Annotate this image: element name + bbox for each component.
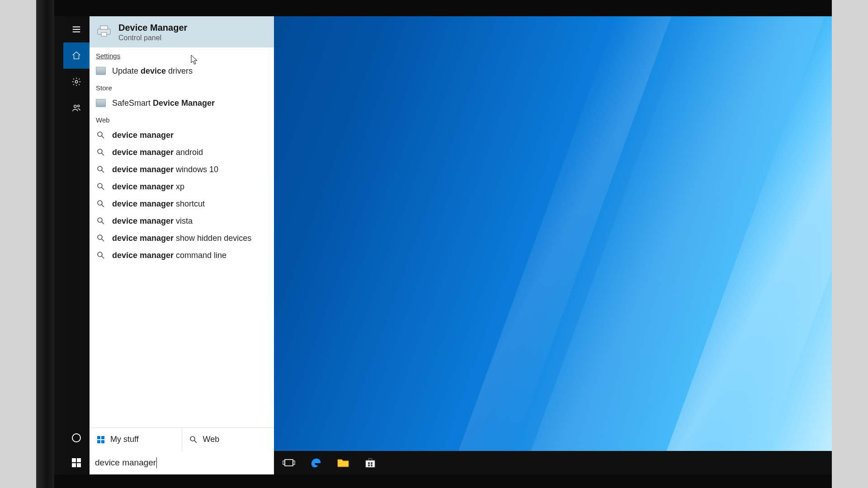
search-filter-row: My stuff Web <box>90 427 274 451</box>
store-app-icon <box>96 98 106 108</box>
cortana-icon <box>71 432 82 443</box>
home-button[interactable] <box>63 42 90 69</box>
folder-icon <box>336 456 350 469</box>
home-icon <box>71 51 81 61</box>
search-input-text: device manager <box>95 458 156 468</box>
task-view-icon <box>282 456 296 469</box>
file-explorer-button[interactable] <box>336 456 350 469</box>
web-result-text: device manager show hidden devices <box>112 234 251 243</box>
svg-point-8 <box>98 149 102 154</box>
monitor-frame: Device Manager Control panel Settings Up… <box>36 0 832 488</box>
svg-point-10 <box>98 183 102 188</box>
filter-web[interactable]: Web <box>182 428 274 451</box>
wallpaper-streak <box>658 16 832 474</box>
search-input[interactable]: device manager <box>90 451 274 474</box>
windows-logo-icon <box>71 458 81 468</box>
svg-rect-18 <box>101 440 104 443</box>
search-results-panel: Device Manager Control panel Settings Up… <box>90 16 274 451</box>
task-view-button[interactable] <box>282 456 296 469</box>
web-result-text: device manager xp <box>112 182 184 192</box>
svg-rect-6 <box>101 33 107 36</box>
web-result[interactable]: device manager android <box>90 144 274 161</box>
start-sidebar <box>63 16 90 451</box>
web-result[interactable]: device manager vista <box>90 212 274 230</box>
feedback-button[interactable] <box>63 95 90 121</box>
svg-point-7 <box>98 132 102 136</box>
svg-rect-27 <box>368 462 370 464</box>
taskbar-pinned-apps <box>282 456 377 469</box>
web-result[interactable]: device manager shortcut <box>90 195 274 212</box>
best-match-result[interactable]: Device Manager Control panel <box>90 16 274 47</box>
search-icon <box>96 164 106 174</box>
svg-point-9 <box>98 166 102 171</box>
monitor-bezel-top <box>54 0 832 16</box>
settings-result[interactable]: Update device drivers <box>90 62 274 80</box>
search-icon <box>96 147 106 157</box>
svg-point-14 <box>98 252 102 257</box>
svg-rect-17 <box>97 440 100 443</box>
svg-rect-22 <box>72 463 76 467</box>
web-result[interactable]: device manager <box>90 127 274 144</box>
search-icon <box>189 436 198 444</box>
svg-rect-5 <box>100 26 108 29</box>
search-icon <box>96 250 106 260</box>
text-caret <box>156 457 157 468</box>
taskbar: device manager <box>63 451 832 474</box>
cortana-button[interactable] <box>63 425 90 451</box>
edge-icon <box>309 456 323 469</box>
web-result[interactable]: device manager command line <box>90 247 274 264</box>
windows-logo-icon <box>97 436 105 444</box>
settings-button[interactable] <box>63 69 90 95</box>
store-result[interactable]: SafeSmart Device Manager <box>90 94 274 112</box>
search-icon <box>96 216 106 226</box>
filter-my-stuff-label: My stuff <box>110 435 139 444</box>
svg-rect-15 <box>97 436 100 439</box>
section-web-label: Web <box>90 112 274 127</box>
people-icon <box>71 103 81 113</box>
svg-rect-16 <box>101 436 104 439</box>
web-result[interactable]: device manager show hidden devices <box>90 230 274 247</box>
driver-update-icon <box>96 66 106 76</box>
web-result-text: device manager windows 10 <box>112 165 218 174</box>
search-icon <box>96 182 106 192</box>
hamburger-button[interactable] <box>63 16 90 42</box>
start-button[interactable] <box>63 451 90 474</box>
edge-browser-button[interactable] <box>309 456 323 469</box>
web-result[interactable]: device manager windows 10 <box>90 161 274 178</box>
svg-point-3 <box>72 434 80 442</box>
filter-my-stuff[interactable]: My stuff <box>90 428 182 451</box>
svg-rect-26 <box>293 461 295 465</box>
svg-point-2 <box>77 105 79 107</box>
web-result-text: device manager shortcut <box>112 199 205 209</box>
svg-rect-28 <box>371 462 373 464</box>
svg-rect-30 <box>371 465 373 466</box>
search-icon <box>96 199 106 209</box>
gear-icon <box>71 77 81 87</box>
web-result-text: device manager android <box>112 148 203 157</box>
section-settings-label[interactable]: Settings <box>90 47 274 62</box>
filter-web-label: Web <box>203 435 220 444</box>
device-manager-icon <box>96 23 112 39</box>
svg-point-0 <box>75 80 78 83</box>
svg-rect-29 <box>368 465 370 466</box>
svg-rect-24 <box>285 460 293 466</box>
section-store-label: Store <box>90 80 274 94</box>
web-result-text: device manager vista <box>112 216 193 226</box>
desktop-screen[interactable]: Device Manager Control panel Settings Up… <box>63 16 832 474</box>
svg-rect-25 <box>283 461 285 465</box>
svg-rect-20 <box>72 458 76 462</box>
wallpaper-streak <box>450 16 671 474</box>
store-button[interactable] <box>363 456 377 469</box>
web-result[interactable]: device manager xp <box>90 178 274 195</box>
store-icon <box>363 456 377 469</box>
search-icon <box>96 233 106 243</box>
wallpaper-streak <box>522 16 825 474</box>
best-match-subtitle: Control panel <box>118 34 187 42</box>
svg-rect-23 <box>77 463 81 467</box>
svg-rect-21 <box>77 458 81 462</box>
monitor-bezel-left <box>36 0 54 488</box>
svg-point-12 <box>98 218 102 222</box>
store-result-text: SafeSmart Device Manager <box>112 99 215 108</box>
web-result-text: device manager <box>112 131 174 140</box>
best-match-title: Device Manager <box>118 23 187 33</box>
